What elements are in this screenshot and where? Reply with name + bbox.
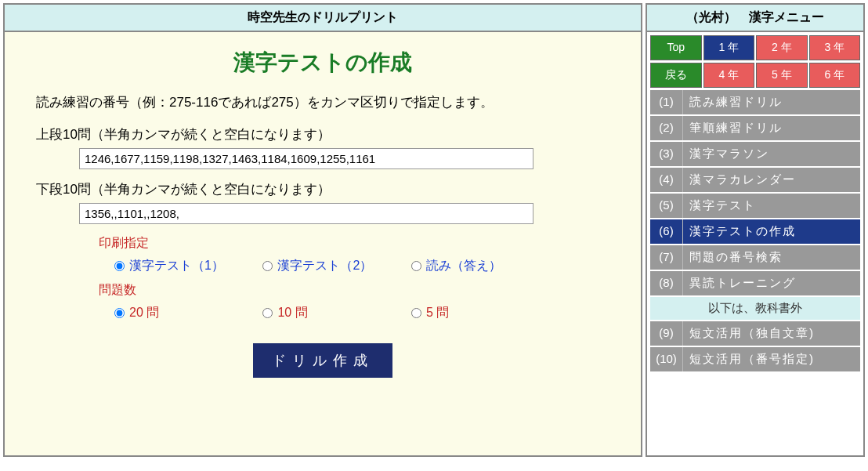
menu-note: 以下は、教科書外: [650, 297, 860, 320]
print-section-label: 印刷指定: [99, 235, 609, 252]
print-option-3[interactable]: 読み（答え）: [411, 258, 556, 274]
menu-item[interactable]: (4)漢マラカレンダー: [650, 168, 860, 192]
menu-item[interactable]: (10)短文活用（番号指定): [650, 347, 860, 371]
grade-button[interactable]: Top: [650, 35, 702, 60]
page-title: 漢字テストの作成: [36, 48, 609, 78]
menu-item[interactable]: (2)筆順練習ドリル: [650, 116, 860, 140]
row2-label: 下段10問（半角カンマが続くと空白になります）: [36, 180, 609, 198]
row2-input[interactable]: [79, 203, 533, 224]
row1-label: 上段10問（半角カンマが続くと空白になります）: [36, 125, 609, 143]
count-option-10[interactable]: 10 問: [262, 305, 407, 321]
grade-button[interactable]: 5 年: [756, 63, 808, 88]
menu-item[interactable]: (6)漢字テストの作成: [650, 219, 860, 244]
right-header: （光村） 漢字メニュー: [647, 5, 863, 32]
menu-item[interactable]: (5)漢字テスト: [650, 194, 860, 218]
row1-input[interactable]: [79, 148, 533, 169]
grade-button[interactable]: 6 年: [809, 63, 861, 88]
menu-item[interactable]: (3)漢字マラソン: [650, 142, 860, 166]
grade-button[interactable]: 4 年: [703, 63, 755, 88]
print-option-2[interactable]: 漢字テスト（2）: [262, 258, 407, 274]
menu-item[interactable]: (9)短文活用（独自文章): [650, 321, 860, 346]
count-section-label: 問題数: [99, 282, 609, 299]
print-option-1[interactable]: 漢字テスト（1）: [114, 258, 259, 274]
instruction-text: 読み練習の番号（例：275-116であれば275）をカンマ区切りで指定します。: [36, 93, 609, 111]
submit-button[interactable]: ドリル作成: [253, 343, 392, 378]
menu-item[interactable]: (1)読み練習ドリル: [650, 90, 860, 114]
grade-button[interactable]: 2 年: [756, 35, 808, 60]
grade-button[interactable]: 1 年: [703, 35, 755, 60]
grade-button[interactable]: 3 年: [809, 35, 861, 60]
menu-item[interactable]: (7)問題の番号検索: [650, 245, 860, 270]
left-header: 時空先生のドリルプリント: [5, 5, 641, 32]
grade-button[interactable]: 戻る: [650, 63, 702, 88]
count-option-5[interactable]: 5 問: [411, 305, 556, 321]
menu-item[interactable]: (8)異読トレーニング: [650, 271, 860, 295]
count-option-20[interactable]: 20 問: [114, 305, 259, 321]
